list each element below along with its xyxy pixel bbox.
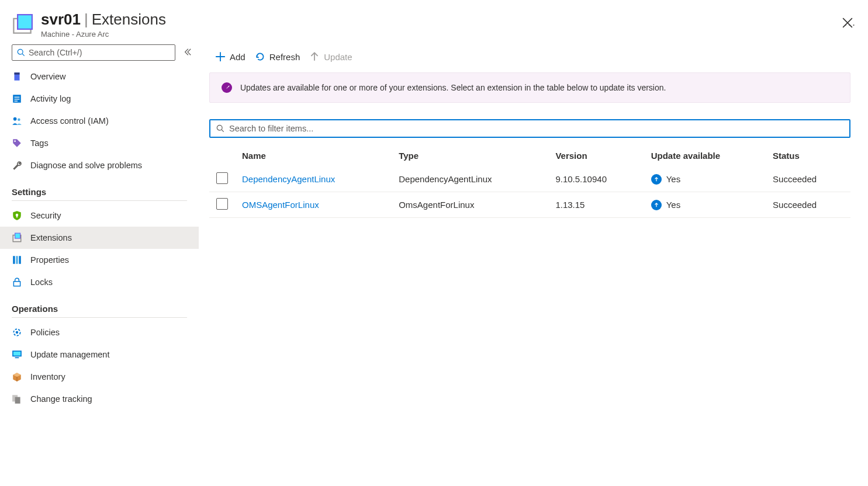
- toolbar-label: Refresh: [269, 52, 300, 62]
- extensions-icon: [12, 232, 22, 243]
- sidebar-scroll[interactable]: Overview Activity log Access control (IA…: [0, 65, 199, 486]
- shield-icon: [12, 210, 22, 221]
- extension-name-link[interactable]: DependencyAgentLinux: [242, 174, 335, 184]
- collapse-sidebar-button[interactable]: [181, 46, 194, 60]
- add-button[interactable]: Add: [215, 51, 245, 62]
- command-bar: Add Refresh Update: [209, 48, 850, 72]
- svg-rect-18: [19, 256, 20, 264]
- update-button: Update: [309, 51, 352, 62]
- sidebar-item-label: Tags: [30, 138, 49, 148]
- toolbar-label: Update: [324, 52, 352, 62]
- sidebar-item-update-management[interactable]: Update management: [0, 343, 199, 366]
- server-icon: [12, 71, 22, 82]
- sidebar-item-policies[interactable]: Policies: [0, 321, 199, 343]
- svg-point-10: [18, 119, 20, 122]
- resource-type-subtitle: Machine - Azure Arc: [41, 30, 832, 39]
- sidebar-item-properties[interactable]: Properties: [0, 249, 199, 271]
- svg-rect-24: [15, 357, 19, 359]
- sidebar-search[interactable]: [12, 44, 175, 61]
- log-icon: [12, 93, 22, 104]
- svg-rect-13: [16, 216, 18, 217]
- cell-update: Yes: [666, 174, 680, 184]
- sidebar-item-change-tracking[interactable]: Change tracking: [0, 388, 199, 410]
- sidebar-item-label: Inventory: [30, 372, 65, 381]
- column-header-version[interactable]: Version: [548, 145, 644, 166]
- search-icon: [216, 124, 224, 133]
- search-icon: [17, 48, 25, 57]
- changes-icon: [12, 394, 22, 404]
- monitor-icon: [12, 349, 22, 360]
- table-row[interactable]: DependencyAgentLinux DependencyAgentLinu…: [209, 166, 850, 192]
- svg-rect-6: [15, 97, 20, 98]
- cell-status: Succeeded: [766, 192, 850, 218]
- svg-rect-19: [13, 282, 20, 286]
- cell-version: 9.10.5.10940: [548, 166, 644, 192]
- svg-rect-15: [15, 233, 20, 238]
- cell-version: 1.13.15: [548, 192, 644, 218]
- column-header-status[interactable]: Status: [766, 145, 850, 166]
- sidebar-item-label: Activity log: [30, 94, 71, 103]
- lock-icon: [12, 277, 22, 287]
- sidebar-item-label: Access control (IAM): [30, 116, 109, 126]
- policy-icon: [12, 327, 22, 338]
- arrow-up-icon: [309, 51, 320, 62]
- table-row[interactable]: OMSAgentForLinux OmsAgentForLinux 1.13.1…: [209, 192, 850, 218]
- sidebar-section-settings: Settings: [12, 176, 187, 201]
- sidebar-search-input[interactable]: [29, 48, 170, 57]
- svg-rect-16: [13, 256, 15, 264]
- sidebar-item-overview[interactable]: Overview: [0, 65, 199, 88]
- svg-rect-7: [15, 99, 20, 99]
- box-icon: [12, 372, 22, 382]
- extension-name-link[interactable]: OMSAgentForLinux: [242, 200, 319, 210]
- sidebar-item-inventory[interactable]: Inventory: [0, 366, 199, 388]
- svg-rect-1: [18, 15, 32, 29]
- sidebar-item-label: Security: [30, 211, 61, 220]
- sidebar-item-label: Properties: [30, 255, 69, 265]
- cell-update: Yes: [666, 200, 680, 210]
- refresh-icon: [255, 51, 265, 62]
- sidebar-item-locks[interactable]: Locks: [0, 271, 199, 293]
- properties-icon: [12, 255, 22, 265]
- blade-header: svr01 | Extensions Machine - Azure Arc ·…: [0, 0, 868, 44]
- wrench-icon: [12, 160, 22, 171]
- update-available-icon: [651, 200, 662, 210]
- blade-section-name: Extensions: [92, 11, 166, 29]
- sidebar-item-security[interactable]: Security: [0, 204, 199, 227]
- sidebar-item-tags[interactable]: Tags: [0, 132, 199, 154]
- close-button[interactable]: [842, 18, 853, 30]
- update-available-icon: [651, 174, 662, 185]
- resource-name: svr01: [41, 11, 81, 29]
- sidebar: Overview Activity log Access control (IA…: [0, 44, 199, 486]
- page-title: svr01 | Extensions: [41, 11, 832, 29]
- svg-rect-26: [15, 397, 20, 404]
- main-pane: Add Refresh Update Updates are available…: [199, 44, 868, 486]
- extensions-table: Name Type Version Update available Statu…: [209, 145, 850, 218]
- svg-point-2: [18, 49, 23, 54]
- toolbar-label: Add: [230, 52, 245, 62]
- people-icon: [12, 116, 22, 126]
- filter-input[interactable]: [229, 124, 843, 133]
- filter-search[interactable]: [209, 119, 850, 138]
- column-header-type[interactable]: Type: [392, 145, 548, 166]
- sidebar-item-activity-log[interactable]: Activity log: [0, 88, 199, 110]
- row-checkbox[interactable]: [216, 198, 228, 210]
- sidebar-item-label: Overview: [30, 72, 65, 81]
- sidebar-item-extensions[interactable]: Extensions: [0, 227, 199, 249]
- refresh-button[interactable]: Refresh: [255, 51, 300, 62]
- svg-rect-23: [13, 352, 20, 356]
- sidebar-section-operations: Operations: [12, 293, 187, 318]
- machine-arc-icon: [12, 14, 33, 35]
- column-header-update[interactable]: Update available: [644, 145, 766, 166]
- column-header-name[interactable]: Name: [235, 145, 392, 166]
- notification-text: Updates are available for one or more of…: [240, 83, 666, 92]
- sidebar-item-diagnose[interactable]: Diagnose and solve problems: [0, 154, 199, 176]
- sidebar-item-access-control[interactable]: Access control (IAM): [0, 110, 199, 132]
- cell-status: Succeeded: [766, 166, 850, 192]
- row-checkbox[interactable]: [216, 172, 228, 184]
- sidebar-item-label: Locks: [30, 277, 53, 287]
- rocket-icon: [222, 82, 232, 93]
- title-divider: |: [84, 11, 88, 29]
- svg-point-11: [14, 140, 16, 142]
- sidebar-item-label: Policies: [30, 328, 60, 337]
- svg-rect-8: [15, 100, 18, 101]
